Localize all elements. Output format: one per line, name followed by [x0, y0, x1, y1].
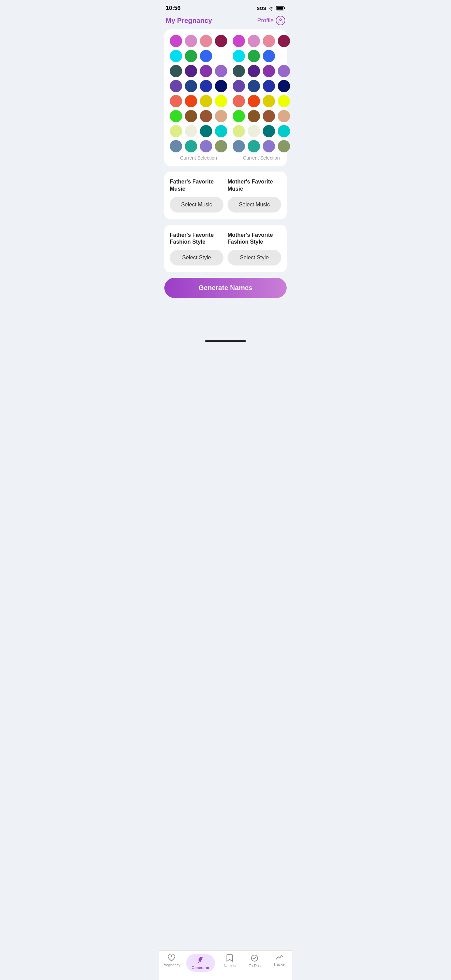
color-dot[interactable]: [263, 35, 275, 47]
status-time: 10:56: [166, 5, 180, 12]
color-dot[interactable]: [170, 110, 182, 123]
color-dot[interactable]: [233, 110, 245, 123]
color-dot[interactable]: [233, 140, 245, 153]
color-dot[interactable]: [185, 50, 197, 62]
color-dot[interactable]: [278, 110, 290, 123]
color-dot[interactable]: [185, 35, 197, 47]
color-dot[interactable]: [263, 50, 275, 62]
color-dot[interactable]: [215, 80, 227, 92]
color-dot[interactable]: [170, 50, 182, 62]
style-section-card: Father's Favorite Fashion Style Select S…: [164, 225, 287, 273]
color-dot[interactable]: [170, 140, 182, 153]
color-dot[interactable]: [200, 35, 212, 47]
color-dot[interactable]: [248, 65, 260, 77]
nav-item-todos[interactable]: To-Dos: [244, 954, 265, 972]
color-row-6: [170, 110, 227, 123]
profile-icon: [276, 16, 285, 25]
color-row-r5: [233, 95, 290, 107]
svg-point-3: [279, 19, 281, 21]
color-dot[interactable]: [248, 125, 260, 137]
color-dot[interactable]: [233, 80, 245, 92]
music-section-card: Father's Favorite Music Select Music Mot…: [164, 172, 287, 220]
fathers-music-label: Father's Favorite Music: [170, 178, 224, 193]
mother-select-music-button[interactable]: Select Music: [227, 197, 281, 213]
color-dot[interactable]: [200, 50, 212, 62]
scroll-content: Current Selection: [159, 29, 292, 339]
color-dot[interactable]: [185, 65, 197, 77]
color-dot[interactable]: [278, 80, 290, 92]
color-dot[interactable]: [233, 35, 245, 47]
color-dot[interactable]: [248, 110, 260, 123]
bookmark-icon: [226, 954, 233, 962]
color-dot[interactable]: [278, 35, 290, 47]
status-bar: 10:56 SOS: [159, 0, 292, 14]
wifi-icon: [268, 6, 274, 11]
father-select-music-button[interactable]: Select Music: [170, 197, 224, 213]
color-dot[interactable]: [278, 140, 290, 153]
color-row-2: [170, 50, 227, 62]
nav-item-pregnancy[interactable]: Pregnancy: [161, 954, 182, 972]
color-dot[interactable]: [200, 65, 212, 77]
svg-rect-1: [284, 7, 285, 9]
color-dot[interactable]: [200, 110, 212, 123]
color-row-1: [170, 35, 227, 47]
color-row-r3: [233, 65, 290, 77]
generate-names-button[interactable]: Generate Names: [164, 278, 287, 298]
nav-label-names: Names: [224, 964, 236, 968]
color-dot[interactable]: [200, 140, 212, 153]
mothers-style-section: Mother's Favorite Fashion Style Select S…: [227, 232, 281, 266]
color-dot[interactable]: [215, 125, 227, 137]
profile-button[interactable]: Profile: [257, 16, 285, 25]
nav-item-tracker[interactable]: Tracker: [269, 954, 290, 972]
nav-label-todos: To-Dos: [249, 964, 261, 968]
color-dot[interactable]: [248, 50, 260, 62]
color-dot[interactable]: [215, 95, 227, 107]
color-dot[interactable]: [248, 35, 260, 47]
color-dot[interactable]: [185, 95, 197, 107]
heart-icon: [167, 954, 176, 961]
color-dot[interactable]: [200, 80, 212, 92]
color-dot[interactable]: [248, 140, 260, 153]
color-dot[interactable]: [200, 125, 212, 137]
color-dot[interactable]: [185, 80, 197, 92]
color-dot[interactable]: [263, 125, 275, 137]
color-dot[interactable]: [170, 35, 182, 47]
color-dot[interactable]: [170, 125, 182, 137]
mother-select-style-button[interactable]: Select Style: [227, 250, 281, 266]
color-dot[interactable]: [278, 95, 290, 107]
home-indicator: [205, 340, 246, 342]
color-dot[interactable]: [185, 125, 197, 137]
color-dot[interactable]: [215, 65, 227, 77]
fathers-style-label: Father's Favorite Fashion Style: [170, 232, 224, 246]
color-dot[interactable]: [215, 35, 227, 47]
right-current-selection-label: Current Selection: [233, 155, 290, 161]
color-dot[interactable]: [248, 95, 260, 107]
color-dot[interactable]: [248, 80, 260, 92]
color-dot[interactable]: [233, 95, 245, 107]
fathers-style-section: Father's Favorite Fashion Style Select S…: [170, 232, 224, 266]
color-dot[interactable]: [278, 125, 290, 137]
color-dot[interactable]: [263, 95, 275, 107]
color-dot[interactable]: [215, 140, 227, 153]
color-dot[interactable]: [233, 65, 245, 77]
nav-item-names[interactable]: Names: [219, 954, 240, 972]
color-dot[interactable]: [263, 65, 275, 77]
color-dot[interactable]: [170, 95, 182, 107]
color-dot[interactable]: [263, 80, 275, 92]
color-dot[interactable]: [233, 50, 245, 62]
color-dot[interactable]: [233, 125, 245, 137]
color-dot[interactable]: [200, 95, 212, 107]
color-grid-row: Current Selection: [170, 35, 281, 161]
nav-label-pregnancy: Pregnancy: [162, 963, 180, 967]
color-dot[interactable]: [185, 110, 197, 123]
color-dot[interactable]: [170, 80, 182, 92]
father-select-style-button[interactable]: Select Style: [170, 250, 224, 266]
color-dot[interactable]: [278, 65, 290, 77]
color-dot[interactable]: [185, 140, 197, 153]
nav-item-generator[interactable]: Generator: [186, 954, 215, 972]
color-dot[interactable]: [263, 110, 275, 123]
color-dot[interactable]: [215, 110, 227, 123]
color-dot[interactable]: [263, 140, 275, 153]
color-row-5: [170, 95, 227, 107]
color-dot[interactable]: [170, 65, 182, 77]
